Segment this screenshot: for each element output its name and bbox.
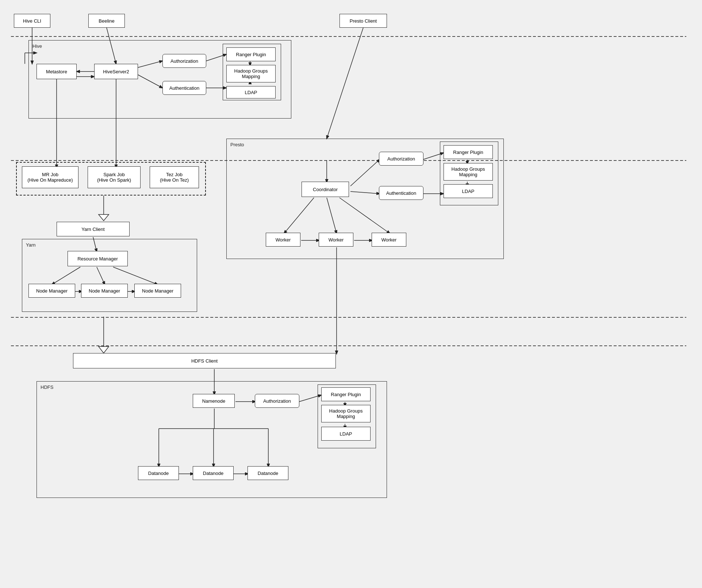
presto-authn-label: Authentication bbox=[386, 190, 416, 196]
hdfs-client-box: HDFS Client bbox=[73, 353, 336, 368]
ranger-plugin-hdfs-box: Ranger Plugin bbox=[321, 387, 371, 401]
ranger-plugin-hive-box: Ranger Plugin bbox=[226, 47, 276, 61]
worker-2-box: Worker bbox=[319, 233, 353, 247]
spark-job-box: Spark Job (Hive On Spark) bbox=[88, 166, 141, 188]
ldap-presto-label: LDAP bbox=[462, 189, 475, 194]
mr-job-label: MR Job (Hive On Mapreduce) bbox=[27, 172, 73, 183]
hadoop-groups-hive-label: Hadoop Groups Mapping bbox=[234, 68, 268, 79]
hive-authn-box: Authentication bbox=[162, 81, 206, 95]
presto-authn-box: Authentication bbox=[379, 186, 423, 200]
metastore-label: Metastore bbox=[46, 69, 67, 74]
namenode-label: Namenode bbox=[202, 398, 226, 404]
coordinator-label: Coordinator bbox=[313, 187, 338, 192]
resource-manager-label: Resource Manager bbox=[77, 256, 118, 262]
yarn-container: Yarn bbox=[22, 239, 197, 312]
worker-3-box: Worker bbox=[372, 233, 406, 247]
svg-marker-18 bbox=[99, 214, 109, 221]
node-manager-3-box: Node Manager bbox=[134, 284, 181, 298]
hadoop-groups-hdfs-label: Hadoop Groups Mapping bbox=[329, 408, 363, 419]
hive-cli-box: Hive CLI bbox=[14, 14, 50, 28]
presto-client-label: Presto Client bbox=[350, 18, 377, 24]
namenode-box: Namenode bbox=[193, 394, 235, 408]
ranger-plugin-hdfs-label: Ranger Plugin bbox=[331, 392, 361, 397]
worker-3-label: Worker bbox=[381, 237, 397, 243]
hdfs-container-label: HDFS bbox=[41, 384, 53, 390]
resource-manager-box: Resource Manager bbox=[68, 251, 128, 266]
diagram: Hive CLI Beeline Presto Client Hive Meta… bbox=[0, 0, 702, 588]
node-manager-1-label: Node Manager bbox=[36, 288, 68, 294]
datanode-3-box: Datanode bbox=[248, 466, 288, 480]
beeline-label: Beeline bbox=[99, 18, 114, 24]
worker-2-label: Worker bbox=[329, 237, 344, 243]
hive-container-label: Hive bbox=[32, 43, 42, 49]
datanode-1-label: Datanode bbox=[148, 471, 169, 476]
worker-1-label: Worker bbox=[276, 237, 291, 243]
hadoop-groups-hive-box: Hadoop Groups Mapping bbox=[226, 65, 276, 82]
datanode-2-label: Datanode bbox=[203, 471, 223, 476]
ranger-plugin-presto-box: Ranger Plugin bbox=[444, 145, 493, 159]
presto-auth-box: Authorization bbox=[379, 152, 423, 166]
worker-1-box: Worker bbox=[266, 233, 300, 247]
hiveserver2-label: HiveServer2 bbox=[103, 69, 129, 74]
hive-cli-label: Hive CLI bbox=[23, 18, 41, 24]
beeline-box: Beeline bbox=[88, 14, 125, 28]
ranger-plugin-hive-label: Ranger Plugin bbox=[236, 52, 266, 57]
spark-job-label: Spark Job (Hive On Spark) bbox=[97, 172, 131, 183]
node-manager-1-box: Node Manager bbox=[28, 284, 75, 298]
datanode-2-box: Datanode bbox=[193, 466, 234, 480]
presto-container-label: Presto bbox=[230, 142, 244, 147]
ldap-hive-label: LDAP bbox=[245, 90, 257, 95]
tez-job-label: Tez Job (Hive On Tez) bbox=[160, 172, 189, 183]
coordinator-box: Coordinator bbox=[302, 182, 349, 197]
yarn-client-box: Yarn Client bbox=[57, 222, 130, 236]
ldap-hdfs-box: LDAP bbox=[321, 427, 371, 441]
ranger-plugin-presto-label: Ranger Plugin bbox=[453, 150, 483, 155]
node-manager-2-label: Node Manager bbox=[89, 288, 120, 294]
yarn-client-label: Yarn Client bbox=[81, 227, 104, 232]
datanode-3-label: Datanode bbox=[258, 471, 278, 476]
ldap-hive-box: LDAP bbox=[226, 86, 276, 98]
svg-line-26 bbox=[327, 28, 363, 139]
mr-job-box: MR Job (Hive On Mapreduce) bbox=[22, 166, 78, 188]
hive-auth-label: Authorization bbox=[170, 58, 198, 64]
svg-marker-41 bbox=[99, 347, 109, 353]
node-manager-3-label: Node Manager bbox=[142, 288, 173, 294]
hdfs-auth-label: Authorization bbox=[263, 398, 291, 404]
ldap-hdfs-label: LDAP bbox=[340, 431, 352, 437]
ldap-presto-box: LDAP bbox=[444, 184, 493, 198]
hdfs-auth-box: Authorization bbox=[255, 394, 299, 408]
hadoop-groups-presto-box: Hadoop Groups Mapping bbox=[444, 163, 493, 181]
hive-auth-box: Authorization bbox=[162, 54, 206, 68]
datanode-1-box: Datanode bbox=[138, 466, 179, 480]
tez-job-box: Tez Job (Hive On Tez) bbox=[150, 166, 199, 188]
hdfs-client-label: HDFS Client bbox=[191, 358, 218, 364]
presto-client-box: Presto Client bbox=[340, 14, 387, 28]
hive-authn-label: Authentication bbox=[169, 85, 199, 91]
hadoop-groups-presto-label: Hadoop Groups Mapping bbox=[452, 166, 485, 177]
hiveserver2-box: HiveServer2 bbox=[94, 64, 138, 79]
hadoop-groups-hdfs-box: Hadoop Groups Mapping bbox=[321, 405, 371, 422]
yarn-container-label: Yarn bbox=[26, 242, 36, 248]
metastore-box: Metastore bbox=[37, 64, 77, 79]
presto-auth-label: Authorization bbox=[387, 156, 415, 162]
node-manager-2-box: Node Manager bbox=[81, 284, 128, 298]
